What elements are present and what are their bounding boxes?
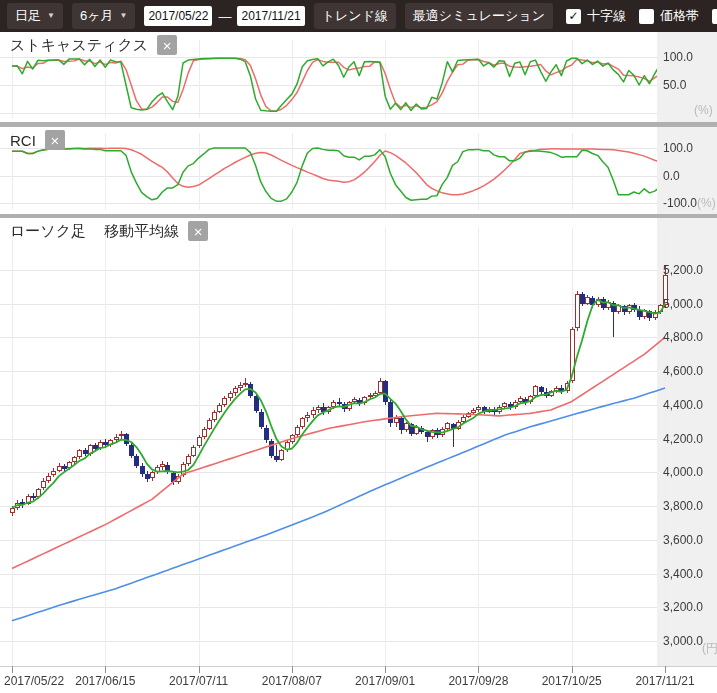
candlestick-title: ローソク足 <box>10 222 86 241</box>
crosshair-checkbox-group: ✓ 十字線 <box>566 7 626 25</box>
price-axis-label: 3,600.0 <box>663 533 703 547</box>
range-dropdown[interactable]: 6ヶ月 ▼ <box>72 3 135 29</box>
price-axis-label: 4,000.0 <box>663 465 703 479</box>
priceband-checkbox-group: 価格帯 <box>639 7 699 25</box>
rci-header: RCI × <box>10 130 65 150</box>
simulation-checkbox-group: シミュレー <box>712 7 717 25</box>
price-axis-label: 3,800.0 <box>663 499 703 513</box>
stochastics-axis-label: 100.0 <box>663 50 693 64</box>
price-axis-label: 4,600.0 <box>663 364 703 378</box>
panel-divider[interactable] <box>0 214 717 218</box>
priceband-checkbox-label: 価格帯 <box>660 7 699 25</box>
price-axis-label: 4,800.0 <box>663 330 703 344</box>
rci-chart[interactable] <box>0 127 717 214</box>
rci-unit-label: (%) <box>697 196 716 210</box>
close-icon[interactable]: × <box>188 221 208 241</box>
date-from-input[interactable]: 2017/05/22 <box>144 6 212 26</box>
chevron-down-icon: ▼ <box>119 12 127 20</box>
date-axis-label: 2017/05/22 <box>4 674 64 688</box>
range-dropdown-label: 6ヶ月 <box>80 7 114 25</box>
price-axis-label: 3,000.0 <box>663 634 703 648</box>
stochastics-header: ストキャスティクス × <box>10 35 177 55</box>
stock-chart-app: { "toolbar": { "interval_label": "日足", "… <box>0 0 717 693</box>
price-axis-label: 4,200.0 <box>663 432 703 446</box>
price-axis-label: 4,400.0 <box>663 398 703 412</box>
price-unit-label: (円) <box>702 640 717 657</box>
price-axis-label: 3,400.0 <box>663 567 703 581</box>
price-axis-label: 3,200.0 <box>663 600 703 614</box>
moving-average-title: 移動平均線 <box>104 222 179 241</box>
chevron-down-icon: ▼ <box>47 12 55 20</box>
trendline-button[interactable]: トレンド線 <box>314 3 396 29</box>
date-axis-label: 2017/10/25 <box>542 674 602 688</box>
close-icon[interactable]: × <box>157 35 177 55</box>
date-axis-label: 2017/07/11 <box>169 674 228 688</box>
interval-dropdown-label: 日足 <box>15 7 41 25</box>
panel-divider[interactable] <box>0 122 717 127</box>
date-axis-label: 2017/09/01 <box>355 674 415 688</box>
price-axis-label: 5,200.0 <box>663 263 703 277</box>
stochastics-title: ストキャスティクス <box>10 36 148 55</box>
interval-dropdown[interactable]: 日足 ▼ <box>7 3 63 29</box>
date-axis-label: 2017/06/15 <box>75 674 135 688</box>
date-range-separator: — <box>218 9 231 24</box>
date-axis-label: 2017/08/07 <box>262 674 322 688</box>
price-axis-label: 5,000.0 <box>663 297 703 311</box>
priceband-checkbox[interactable] <box>639 9 654 24</box>
candlestick-chart[interactable] <box>0 218 717 693</box>
date-axis-label: 2017/09/28 <box>448 674 508 688</box>
crosshair-checkbox[interactable]: ✓ <box>566 9 581 24</box>
rci-axis-label: 0.0 <box>663 169 680 183</box>
simulation-checkbox[interactable] <box>712 9 717 24</box>
close-icon[interactable]: × <box>45 130 65 150</box>
rci-title: RCI <box>10 132 36 149</box>
price-header: ローソク足 移動平均線 × <box>10 221 208 241</box>
toolbar: 日足 ▼ 6ヶ月 ▼ 2017/05/22 — 2017/11/21 トレンド線… <box>0 0 717 32</box>
simulation-button[interactable]: 最適シミュレーション <box>405 3 553 29</box>
stochastics-unit-label: (%) <box>694 103 713 117</box>
date-axis-label: 2017/11/21 <box>635 674 694 688</box>
date-to-input[interactable]: 2017/11/21 <box>237 6 304 26</box>
stochastics-axis-label: 50.0 <box>663 78 686 92</box>
rci-axis-label: -100.0 <box>663 196 697 210</box>
crosshair-checkbox-label: 十字線 <box>587 7 626 25</box>
rci-axis-label: 100.0 <box>663 141 693 155</box>
